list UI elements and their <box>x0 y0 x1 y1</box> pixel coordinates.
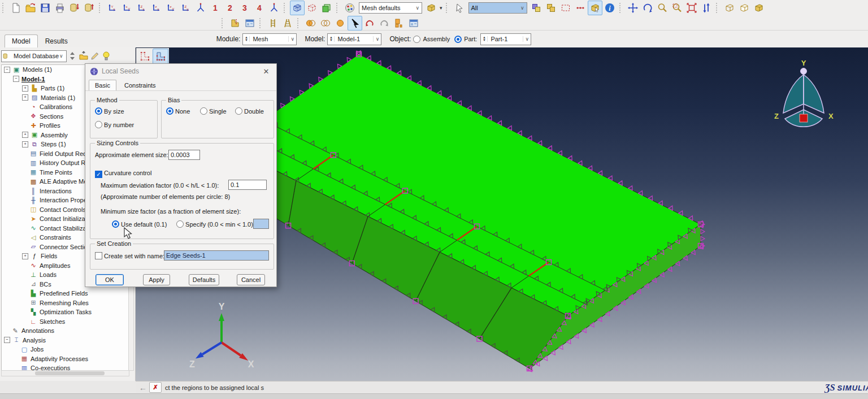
view-compass[interactable]: Y Z X <box>774 59 834 127</box>
view-back-icon[interactable]: xY <box>120 1 134 15</box>
undo-icon[interactable] <box>362 16 377 31</box>
pan-view-icon[interactable] <box>626 1 640 15</box>
pane-spin-icon[interactable] <box>67 50 78 62</box>
tree-item-optimization-tasks[interactable]: ▚Optimization Tasks <box>2 307 129 317</box>
ok-button[interactable]: OK <box>96 274 124 285</box>
import-database-icon[interactable] <box>82 1 97 15</box>
expand-box-icon[interactable]: + <box>22 94 28 101</box>
magnify-view-icon[interactable] <box>655 1 670 15</box>
create-feature-icon[interactable] <box>228 16 242 31</box>
tree-item-predefined-fields[interactable]: ▙Predefined Fields <box>2 289 129 298</box>
object-assembly-radio[interactable] <box>413 36 420 43</box>
view-bottom-icon[interactable]: zx <box>149 1 164 15</box>
apply-button[interactable]: Apply <box>143 274 170 285</box>
view-front-icon[interactable]: Yx <box>105 1 120 15</box>
manager-window-icon[interactable] <box>406 16 421 31</box>
bias-none-radio[interactable] <box>166 107 173 115</box>
view-iso-icon[interactable] <box>193 1 208 15</box>
view-3-icon[interactable]: 3 <box>237 1 252 15</box>
cancel-x-icon[interactable]: ✗ <box>149 382 162 393</box>
select-cursor-icon[interactable] <box>452 1 467 15</box>
options-window-icon[interactable] <box>242 16 257 31</box>
tree-horizontal-scrollbar[interactable] <box>1 370 129 376</box>
set-name-input[interactable]: Edge Seeds-1 <box>164 250 269 261</box>
selection-filter-dropdown[interactable]: All∨ <box>468 2 527 14</box>
view-right-icon[interactable]: Zy <box>179 1 193 15</box>
expand-box-icon[interactable]: + <box>22 141 28 148</box>
rotate-view-icon[interactable] <box>640 1 655 15</box>
collapse-box-icon[interactable]: − <box>4 67 10 73</box>
object-part-radio[interactable] <box>454 36 462 43</box>
bias-double-radio[interactable] <box>235 107 242 115</box>
by-number-radio[interactable] <box>95 121 102 128</box>
edit-pencil-icon[interactable] <box>89 50 101 62</box>
rectangle-selection-icon[interactable] <box>558 1 573 15</box>
view-1-icon[interactable]: 1 <box>208 1 223 15</box>
curvature-checkbox[interactable]: ✓ <box>95 171 102 178</box>
redo-icon[interactable] <box>377 16 392 31</box>
tapered-edge-icon[interactable] <box>280 16 295 31</box>
expand-box-icon[interactable]: + <box>22 253 28 259</box>
hiddenline-render-icon[interactable] <box>737 1 752 15</box>
spinner-icon[interactable]: ▲▼ <box>481 36 488 42</box>
view-2-icon[interactable]: 2 <box>223 1 237 15</box>
tab-model[interactable]: Model <box>5 34 38 47</box>
cancel-button[interactable]: Cancel <box>237 274 265 285</box>
spinner-icon[interactable]: ▲▼ <box>243 36 250 42</box>
fit-view-icon[interactable] <box>684 1 699 15</box>
by-size-radio[interactable] <box>95 107 102 115</box>
cycle-views-icon[interactable] <box>699 1 714 15</box>
print-icon[interactable] <box>53 1 67 15</box>
specify-input[interactable] <box>253 219 269 229</box>
append-selection-icon[interactable] <box>544 1 558 15</box>
tab-results[interactable]: Results <box>38 34 75 47</box>
tree-item-annotations[interactable]: ✎Annotations <box>2 326 129 336</box>
object-selection-icon[interactable] <box>588 1 602 15</box>
tree-item-remeshing-rules[interactable]: ⊞Remeshing Rules <box>2 298 129 308</box>
view-4-icon[interactable]: 4 <box>252 1 267 15</box>
tree-item-jobs[interactable]: ▢Jobs <box>2 345 129 354</box>
export-database-icon[interactable] <box>67 1 82 15</box>
seed-part-tool-icon[interactable] <box>137 49 153 64</box>
boolean-intersect-icon[interactable] <box>318 16 333 31</box>
save-icon[interactable] <box>38 1 53 15</box>
dialog-titlebar[interactable]: Local Seeds ✕ <box>85 64 276 79</box>
sphere-icon[interactable] <box>333 16 348 31</box>
spinner-icon[interactable]: ▲▼ <box>328 36 335 42</box>
back-arrow-icon[interactable]: ← <box>139 383 147 392</box>
color-code-icon[interactable] <box>342 1 357 15</box>
pick-arrow-icon[interactable] <box>348 16 362 31</box>
use-default-radio[interactable] <box>112 220 119 228</box>
defaults-button[interactable]: Defaults <box>189 274 219 285</box>
replace-selection-icon[interactable] <box>529 1 544 15</box>
create-set-checkbox[interactable] <box>95 252 102 259</box>
view-top-icon[interactable]: Zx <box>134 1 149 15</box>
bias-single-radio[interactable] <box>200 107 207 115</box>
perturbation-icon[interactable] <box>305 1 319 15</box>
model-database-select[interactable]: Model Database ∨ <box>1 50 67 62</box>
close-icon[interactable]: ✕ <box>261 67 272 76</box>
dropdown-caret-icon[interactable]: ▾ <box>440 5 442 11</box>
new-file-icon[interactable] <box>8 1 23 15</box>
blocks-icon[interactable] <box>392 16 406 31</box>
model-select[interactable]: ▲▼ Model-1 ∨ <box>327 33 381 45</box>
expand-box-icon[interactable]: + <box>22 132 28 138</box>
collapse-folder-icon[interactable] <box>78 50 89 62</box>
module-select[interactable]: ▲▼ Mesh ∨ <box>242 33 297 45</box>
user-view-icon[interactable] <box>267 1 281 15</box>
tree-item-adaptivity-processes[interactable]: ▦Adaptivity Processes <box>2 354 129 364</box>
query-info-icon[interactable]: i <box>602 1 617 15</box>
show-mesh-icon[interactable] <box>290 1 305 15</box>
edge-selection-icon[interactable] <box>573 1 588 15</box>
tree-item-analysis[interactable]: −⌶Analysis <box>2 336 129 345</box>
deviation-input[interactable]: 0.1 <box>228 180 267 190</box>
part-select[interactable]: ▲▼ Part-1 ∨ <box>480 33 531 45</box>
color-code-dropdown[interactable]: Mesh defaults∨ <box>359 2 422 14</box>
open-file-icon[interactable] <box>23 1 38 15</box>
collapse-box-icon[interactable]: − <box>4 337 10 343</box>
seed-edges-tool-icon[interactable] <box>153 49 168 64</box>
specify-radio[interactable] <box>176 220 184 228</box>
view-left-icon[interactable]: zY <box>164 1 179 15</box>
boolean-merge-icon[interactable] <box>303 16 318 31</box>
tree-item-sketches[interactable]: ∟Sketches <box>2 317 129 327</box>
